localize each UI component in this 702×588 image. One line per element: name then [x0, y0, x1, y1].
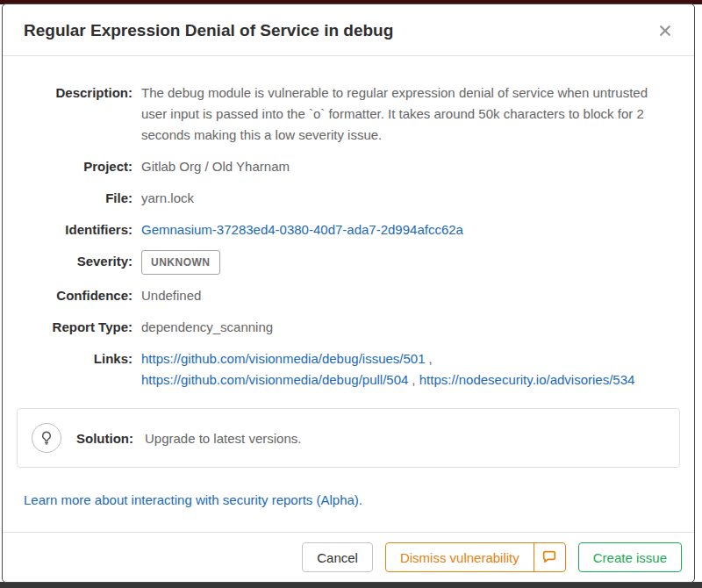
modal-title: Regular Expression Denial of Service in … [24, 19, 393, 42]
field-report-type: Report Type: dependency_scanning [24, 317, 673, 338]
field-value: yarn.lock [141, 188, 194, 209]
field-label: Project: [24, 156, 133, 177]
field-label: File: [24, 188, 133, 209]
dismiss-with-comment-button[interactable] [534, 543, 565, 571]
learn-more-link[interactable]: Learn more about interacting with securi… [24, 492, 362, 507]
links-line-1: https://github.com/visionmedia/debug/iss… [141, 348, 634, 369]
backdrop-page-content [0, 582, 702, 588]
link-separator: , [412, 372, 415, 387]
field-label: Identifiers: [24, 219, 133, 240]
field-value: dependency_scanning [141, 317, 273, 338]
field-value: Gitlab Org / Old Yharnam [141, 156, 290, 177]
field-description: Description: The debug module is vulnera… [24, 82, 673, 146]
close-icon [659, 26, 671, 39]
dismiss-vulnerability-label[interactable]: Dismiss vulnerability [386, 543, 534, 571]
dismiss-vulnerability-button[interactable]: Dismiss vulnerability [385, 542, 566, 572]
field-confidence: Confidence: Undefined [24, 285, 673, 306]
modal-header: Regular Expression Denial of Service in … [3, 4, 694, 56]
cancel-button[interactable]: Cancel [302, 542, 373, 572]
field-label: Confidence: [24, 285, 133, 306]
identifier-link[interactable]: Gemnasium-37283ed4-0380-40d7-ada7-2d994a… [141, 222, 463, 237]
field-identifiers: Identifiers: Gemnasium-37283ed4-0380-40d… [24, 219, 673, 240]
solution-box: Solution: Upgrade to latest versions. [17, 408, 680, 468]
field-label: Severity: [24, 251, 133, 275]
create-issue-button[interactable]: Create issue [578, 542, 682, 572]
comment-icon [542, 549, 556, 566]
field-label: Links: [24, 348, 133, 391]
severity-badge: UNKNOWN [141, 250, 220, 275]
vulnerability-link[interactable]: https://github.com/visionmedia/debug/iss… [141, 351, 426, 366]
modal-body: Description: The debug module is vulnera… [3, 56, 694, 532]
field-label: Description: [24, 82, 133, 146]
modal-footer: Cancel Dismiss vulnerability Create issu… [3, 532, 694, 582]
field-file: File: yarn.lock [24, 188, 673, 209]
field-links: Links: https://github.com/visionmedia/de… [24, 348, 673, 391]
solution-text: Upgrade to latest versions. [145, 431, 301, 446]
field-project: Project: Gitlab Org / Old Yharnam [24, 156, 673, 177]
close-button[interactable] [650, 19, 673, 37]
field-value: The debug module is vulnerable to regula… [141, 82, 673, 146]
links-line-2: https://github.com/visionmedia/debug/pul… [141, 369, 634, 391]
field-severity: Severity: UNKNOWN [24, 251, 673, 275]
vulnerability-link[interactable]: https://github.com/visionmedia/debug/pul… [141, 372, 408, 387]
solution-label: Solution: [76, 431, 133, 446]
field-label: Report Type: [24, 317, 133, 338]
link-separator: , [429, 351, 433, 366]
vulnerability-link[interactable]: https://nodesecurity.io/advisories/534 [419, 372, 635, 387]
field-value: Undefined [141, 285, 201, 306]
lightbulb-icon [32, 423, 61, 453]
vulnerability-modal: Regular Expression Denial of Service in … [2, 4, 695, 583]
